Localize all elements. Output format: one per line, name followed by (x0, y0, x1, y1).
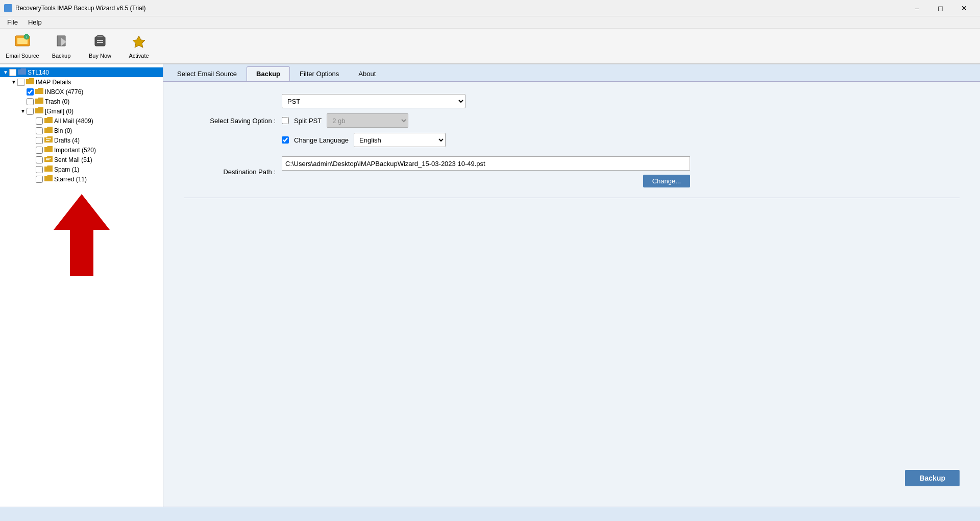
inbox-folder-icon (35, 88, 43, 96)
toggle-imap: ▼ (10, 79, 17, 85)
sentmail-checkbox[interactable] (36, 156, 43, 163)
buy-now-icon (92, 34, 108, 51)
backup-button[interactable]: Backup (905, 470, 960, 486)
toggle-gmail: ▼ (19, 108, 27, 114)
starred-folder-icon (44, 175, 53, 183)
right-panel: Select Email Source Backup Filter Option… (163, 64, 980, 507)
inbox-checkbox[interactable] (27, 88, 34, 96)
tab-backup[interactable]: Backup (247, 66, 290, 81)
menu-help[interactable]: Help (23, 17, 47, 27)
allmail-label: All Mail (4809) (54, 117, 93, 125)
close-button[interactable]: ✕ (952, 0, 976, 16)
imap-checkbox[interactable] (17, 79, 24, 86)
minimize-button[interactable]: – (905, 0, 929, 16)
title-bar: RecoveryTools IMAP Backup Wizard v6.5 (T… (0, 0, 980, 16)
sentmail-folder-icon (44, 156, 53, 163)
activate-label: Activate (129, 53, 149, 59)
tabs: Select Email Source Backup Filter Option… (163, 64, 980, 82)
important-checkbox[interactable] (36, 147, 43, 154)
tree-account-stl140[interactable]: ▼ STL140 (0, 67, 163, 77)
tree-imap-details[interactable]: ▼ IMAP Details (0, 77, 163, 87)
toggle-icon: ▼ (2, 69, 9, 75)
app-icon (4, 4, 12, 12)
menu-bar: File Help (0, 16, 980, 29)
status-bar (0, 507, 980, 521)
split-pst-label: Split PST (294, 117, 322, 125)
toolbar-activate[interactable]: Activate (120, 31, 157, 61)
split-size-select[interactable]: 2 gb 1 gb 4 gb (327, 113, 408, 128)
imap-folder-icon (26, 78, 34, 86)
trash-folder-icon (35, 98, 43, 105)
email-source-icon: + (14, 34, 31, 51)
starred-label: Starred (11) (54, 176, 87, 183)
important-folder-icon (44, 146, 53, 154)
tree-spam[interactable]: Spam (1) (0, 164, 163, 174)
language-select[interactable]: English French German Spanish (354, 133, 446, 147)
toolbar-buy-now[interactable]: Buy Now (82, 31, 118, 61)
split-pst-row: Split PST 2 gb 1 gb 4 gb (282, 113, 465, 128)
tree-inbox[interactable]: INBOX (4776) (0, 87, 163, 97)
left-panel: ▼ STL140 ▼ IMAP Details INBOX (4776) (0, 64, 163, 507)
main-layout: ▼ STL140 ▼ IMAP Details INBOX (4776) (0, 64, 980, 507)
tree-drafts[interactable]: Drafts (4) (0, 135, 163, 145)
change-button[interactable]: Change... (643, 175, 690, 187)
toolbar-backup[interactable]: Backup (43, 31, 80, 61)
tree-important[interactable]: Important (520) (0, 145, 163, 155)
account-folder-icon (18, 68, 26, 76)
tab-filter-options[interactable]: Filter Options (290, 66, 349, 81)
important-label: Important (520) (54, 147, 96, 154)
tree-starred[interactable]: Starred (11) (0, 174, 163, 184)
destination-path-row: Destination Path : Change... (184, 156, 960, 187)
tab-about[interactable]: About (349, 66, 385, 81)
window-controls: – ◻ ✕ (905, 0, 976, 16)
app-title: RecoveryTools IMAP Backup Wizard v6.5 (T… (15, 5, 145, 12)
gmail-checkbox[interactable] (27, 108, 34, 115)
bin-checkbox[interactable] (36, 127, 43, 134)
account-label: STL140 (28, 69, 49, 76)
backup-tab-content: Select Saving Option : PST PDF EML MSG M… (163, 82, 980, 507)
svg-rect-13 (46, 159, 50, 160)
language-row: Change Language English French German Sp… (282, 133, 465, 147)
trash-checkbox[interactable] (27, 98, 34, 105)
drafts-label: Drafts (4) (54, 137, 80, 144)
svg-text:+: + (26, 35, 28, 39)
change-language-label: Change Language (294, 136, 349, 144)
drafts-folder-icon (44, 136, 53, 144)
svg-rect-12 (46, 158, 51, 159)
tree-trash[interactable]: Trash (0) (0, 97, 163, 106)
tree-gmail[interactable]: ▼ [Gmail] (0) (0, 106, 163, 116)
trash-label: Trash (0) (45, 98, 69, 105)
gmail-label: [Gmail] (0) (45, 108, 74, 115)
change-language-checkbox[interactable] (282, 136, 289, 144)
starred-checkbox[interactable] (36, 176, 43, 183)
toolbar-email-source[interactable]: + Email Source (4, 31, 41, 61)
email-source-label: Email Source (6, 53, 39, 59)
tab-select-email-source[interactable]: Select Email Source (167, 66, 247, 81)
bin-folder-icon (44, 127, 53, 134)
toolbar: + Email Source Backup Buy Now (0, 29, 980, 64)
menu-file[interactable]: File (2, 17, 23, 27)
saving-option-select[interactable]: PST PDF EML MSG MBOX HTML (282, 94, 465, 108)
saving-option-controls: PST PDF EML MSG MBOX HTML Split PST 2 gb… (282, 94, 465, 147)
saving-option-label: Select Saving Option : (184, 117, 276, 125)
bin-label: Bin (0) (54, 127, 72, 134)
allmail-checkbox[interactable] (36, 117, 43, 125)
destination-path-input[interactable] (282, 156, 690, 171)
maximize-button[interactable]: ◻ (929, 0, 952, 16)
allmail-folder-icon (44, 117, 53, 125)
spam-label: Spam (1) (54, 166, 79, 173)
spam-checkbox[interactable] (36, 166, 43, 173)
split-pst-checkbox[interactable] (282, 117, 289, 124)
svg-rect-10 (46, 138, 51, 139)
account-checkbox[interactable] (9, 69, 16, 76)
tree-sent-mail[interactable]: Sent Mail (51) (0, 155, 163, 164)
gmail-folder-icon (35, 107, 43, 115)
tree-bin[interactable]: Bin (0) (0, 126, 163, 135)
backup-icon (53, 34, 69, 51)
tree-all-mail[interactable]: All Mail (4809) (0, 116, 163, 126)
sentmail-label: Sent Mail (51) (54, 156, 92, 163)
drafts-checkbox[interactable] (36, 137, 43, 144)
backup-label: Backup (52, 53, 71, 59)
buy-now-label: Buy Now (89, 53, 111, 59)
separator (184, 198, 960, 198)
